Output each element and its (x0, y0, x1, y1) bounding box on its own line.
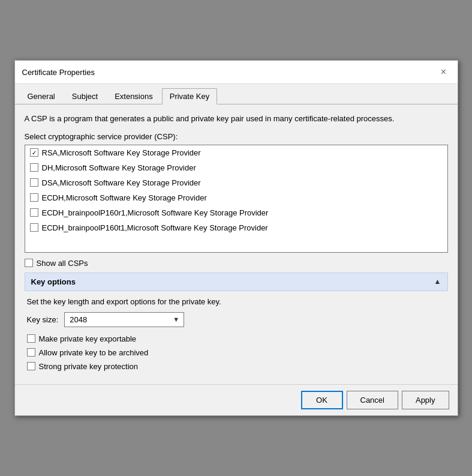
exportable-checkbox[interactable] (27, 334, 35, 343)
csp-section-label: Select cryptographic service provider (C… (25, 132, 448, 141)
dialog-footer: OK Cancel Apply (15, 384, 458, 415)
key-options-title: Key options (31, 277, 76, 286)
tab-bar: General Subject Extensions Private Key (15, 84, 458, 104)
key-options-content: Set the key length and export options fo… (25, 297, 448, 371)
csp-item-checkbox-dsa[interactable] (30, 178, 38, 187)
csp-item-checkbox-dh[interactable] (30, 163, 38, 172)
key-size-select-wrapper: 512102420484096 ▼ (64, 312, 184, 327)
cancel-button[interactable]: Cancel (347, 391, 398, 409)
csp-item-label-ecdh_bp160t1: ECDH_brainpoolP160t1,Microsoft Software … (42, 223, 268, 232)
key-size-label: Key size: (27, 315, 59, 324)
archive-checkbox[interactable] (27, 348, 35, 357)
key-options-description: Set the key length and export options fo… (27, 297, 446, 306)
key-size-select[interactable]: 512102420484096 (64, 312, 184, 327)
list-item[interactable]: DH,Microsoft Software Key Storage Provid… (25, 160, 447, 175)
csp-item-checkbox-ecdh[interactable] (30, 193, 38, 202)
strong-protection-row: Strong private key protection (27, 362, 446, 371)
apply-button[interactable]: Apply (402, 391, 449, 409)
tab-subject[interactable]: Subject (64, 88, 106, 104)
strong-protection-label: Strong private key protection (39, 362, 138, 371)
certificate-properties-dialog: Certificate Properties × General Subject… (14, 60, 458, 416)
show-all-csp-label: Show all CSPs (37, 259, 88, 268)
archive-row: Allow private key to be archived (27, 348, 446, 357)
csp-item-label-rsa: RSA,Microsoft Software Key Storage Provi… (42, 148, 201, 157)
list-item[interactable]: ECDH_brainpoolP160r1,Microsoft Software … (25, 205, 447, 220)
show-all-csp-checkbox[interactable] (25, 259, 33, 267)
show-all-csp-row: Show all CSPs (25, 259, 448, 268)
csp-list[interactable]: RSA,Microsoft Software Key Storage Provi… (25, 145, 448, 253)
close-button[interactable]: × (437, 65, 450, 79)
key-size-row: Key size: 512102420484096 ▼ (27, 312, 446, 327)
key-options-header[interactable]: Key options ▲ (25, 273, 448, 291)
exportable-row: Make private key exportable (27, 334, 446, 343)
title-bar: Certificate Properties × (15, 61, 458, 84)
strong-protection-checkbox[interactable] (27, 362, 35, 370)
list-item[interactable]: ECDH,Microsoft Software Key Storage Prov… (25, 190, 447, 205)
csp-item-checkbox-rsa[interactable] (30, 148, 38, 157)
list-item[interactable]: ECDH_brainpoolP160t1,Microsoft Software … (25, 220, 447, 235)
csp-item-label-dsa: DSA,Microsoft Software Key Storage Provi… (42, 178, 201, 187)
tab-general[interactable]: General (20, 88, 63, 104)
csp-item-checkbox-ecdh_bp160t1[interactable] (30, 223, 38, 232)
chevron-up-icon: ▲ (434, 277, 441, 286)
ok-button[interactable]: OK (301, 391, 343, 409)
csp-item-label-ecdh_bp160r1: ECDH_brainpoolP160r1,Microsoft Software … (42, 208, 269, 217)
list-item[interactable]: RSA,Microsoft Software Key Storage Provi… (25, 145, 447, 160)
tab-private-key[interactable]: Private Key (162, 88, 217, 104)
dialog-title: Certificate Properties (22, 68, 95, 77)
archive-label: Allow private key to be archived (39, 348, 149, 357)
tab-content: A CSP is a program that generates a publ… (15, 104, 458, 384)
csp-item-label-dh: DH,Microsoft Software Key Storage Provid… (42, 163, 196, 172)
list-item[interactable]: DSA,Microsoft Software Key Storage Provi… (25, 175, 447, 190)
csp-item-checkbox-ecdh_bp160r1[interactable] (30, 208, 38, 217)
csp-item-label-ecdh: ECDH,Microsoft Software Key Storage Prov… (42, 193, 207, 202)
exportable-label: Make private key exportable (39, 334, 137, 343)
tab-extensions[interactable]: Extensions (107, 88, 161, 104)
csp-description: A CSP is a program that generates a publ… (25, 113, 448, 125)
